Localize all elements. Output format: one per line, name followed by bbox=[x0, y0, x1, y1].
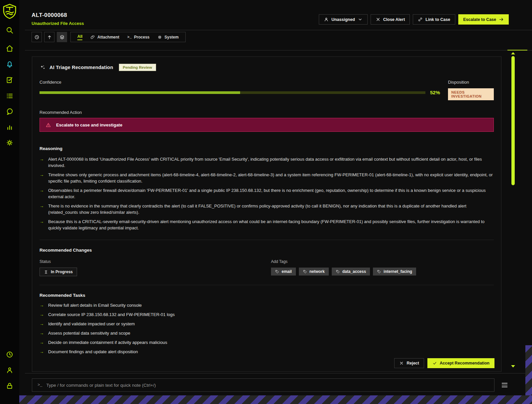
list-icon[interactable] bbox=[6, 92, 14, 100]
recommended-action-text: Escalate to case and investigate bbox=[56, 122, 122, 127]
confidence-value: 52% bbox=[430, 90, 440, 95]
task-item: →Assess potential data sensitivity and s… bbox=[40, 331, 494, 336]
recommended-tasks-heading: Recommended Tasks bbox=[40, 293, 494, 298]
tag-icon bbox=[303, 270, 307, 274]
header-divider bbox=[25, 30, 532, 30]
analytics-chart-icon[interactable] bbox=[6, 123, 14, 131]
reasoning-heading: Reasoning bbox=[40, 146, 494, 151]
reasoning-item: →Timeline shows only generic process and… bbox=[40, 172, 494, 184]
arrow-bullet-icon: → bbox=[40, 340, 44, 345]
cpu-icon bbox=[157, 35, 162, 40]
search-icon[interactable] bbox=[6, 26, 14, 34]
terminal-prompt-icon: >_ bbox=[38, 383, 42, 387]
sort-ascending-button[interactable] bbox=[44, 32, 54, 42]
alert-title: Unauthorized File Access bbox=[32, 21, 84, 26]
arrow-bullet-icon: → bbox=[40, 188, 44, 200]
link-to-case-button[interactable]: Link to Case bbox=[413, 14, 455, 25]
lock-icon[interactable] bbox=[6, 382, 14, 390]
tag-icon bbox=[275, 270, 279, 274]
scrollbar-thumb[interactable] bbox=[511, 56, 515, 185]
arrow-bullet-icon: → bbox=[40, 349, 44, 354]
arrow-bullet-icon: → bbox=[40, 303, 44, 308]
arrow-bullet-icon: → bbox=[40, 312, 44, 317]
close-alert-label: Close Alert bbox=[383, 17, 405, 22]
arrow-bullet-icon: → bbox=[40, 219, 44, 231]
reject-button[interactable]: Reject bbox=[394, 358, 424, 368]
timeline-filter-bar: All Attachment >_ Process System bbox=[32, 32, 186, 42]
check-icon bbox=[432, 361, 437, 365]
tasks-list: →Review full alert details in Email Secu… bbox=[40, 303, 494, 354]
scrollbar-up-arrow[interactable] bbox=[511, 52, 515, 54]
notifications-bell-icon[interactable] bbox=[6, 60, 14, 68]
tab-attachment-label: Attachment bbox=[97, 35, 119, 40]
task-item: →Correlate source IP 238.150.68.132 and … bbox=[40, 312, 494, 317]
section-divider bbox=[40, 285, 494, 285]
tag-chip[interactable]: network bbox=[299, 268, 329, 276]
tab-attachment[interactable]: Attachment bbox=[86, 32, 123, 42]
status-value: In Progress bbox=[51, 270, 73, 274]
page-header: ALT-0000068 Unauthorized File Access bbox=[32, 12, 84, 26]
close-alert-button[interactable]: Close Alert bbox=[371, 14, 410, 25]
escalate-label: Escalate to Case bbox=[463, 17, 496, 22]
sparkles-ai-icon bbox=[40, 64, 46, 71]
tab-system-label: System bbox=[164, 35, 179, 40]
pending-review-badge: Pending Review bbox=[119, 64, 156, 71]
header-actions: Unassigned Close Alert Link to Case Esca… bbox=[319, 14, 509, 25]
arrow-bullet-icon: → bbox=[40, 203, 44, 215]
recommended-action-label: Recommended Action bbox=[40, 110, 494, 115]
close-icon bbox=[399, 361, 404, 365]
chat-icon[interactable] bbox=[6, 108, 14, 116]
command-bar: >_ bbox=[32, 378, 509, 392]
assignee-button[interactable]: Unassigned bbox=[319, 14, 368, 25]
confidence-label: Confidence bbox=[40, 80, 440, 85]
triage-header: AI Triage Recommendation Pending Review bbox=[40, 64, 494, 71]
notes-edit-icon[interactable] bbox=[6, 76, 14, 84]
task-item: →Document findings and update alert disp… bbox=[40, 349, 494, 354]
scrollbar-down-arrow[interactable] bbox=[511, 365, 515, 367]
command-input[interactable] bbox=[46, 383, 489, 388]
reasoning-item: →There is no evidence in the summary tha… bbox=[40, 203, 494, 215]
link-to-case-label: Link to Case bbox=[425, 17, 450, 22]
profile-person-icon[interactable] bbox=[6, 366, 14, 374]
brand-shield-logo[interactable] bbox=[2, 3, 17, 19]
layers-view-button[interactable] bbox=[57, 32, 67, 42]
triage-title: AI Triage Recommendation bbox=[49, 65, 113, 70]
status-chip[interactable]: In Progress bbox=[40, 268, 77, 276]
section-divider bbox=[40, 240, 494, 240]
home-icon[interactable] bbox=[6, 44, 14, 52]
disposition-badge: NEEDS INVESTIGATION bbox=[448, 88, 494, 100]
add-tags-label: Add Tags bbox=[271, 259, 416, 264]
tag-icon bbox=[336, 270, 340, 274]
tab-system[interactable]: System bbox=[153, 32, 183, 42]
accept-recommendation-button[interactable]: Accept Recommendation bbox=[427, 358, 494, 368]
hazard-stripe-bottom bbox=[19, 395, 532, 404]
tag-chip[interactable]: internet_facing bbox=[373, 268, 416, 276]
terminal-prompt-icon: >_ bbox=[127, 35, 132, 39]
arrow-bullet-icon: → bbox=[40, 156, 44, 169]
scroll-top-indicator bbox=[507, 50, 527, 50]
person-icon bbox=[324, 17, 329, 22]
ai-triage-panel: AI Triage Recommendation Pending Review … bbox=[32, 56, 501, 372]
history-clock-icon[interactable] bbox=[6, 351, 14, 359]
reasoning-item: →Observables list a perimeter firewall d… bbox=[40, 188, 494, 200]
tab-process[interactable]: >_ Process bbox=[123, 32, 153, 42]
tag-chip[interactable]: data_access bbox=[332, 268, 370, 276]
settings-gear-icon[interactable] bbox=[6, 139, 14, 147]
task-item: →Review full alert details in Email Secu… bbox=[40, 303, 494, 308]
command-input-box[interactable]: >_ bbox=[32, 378, 494, 392]
task-item: →Identify and validate impacted user or … bbox=[40, 321, 494, 326]
assignee-label: Unassigned bbox=[331, 17, 355, 22]
tags-row: email network data_access internet_facin… bbox=[271, 268, 416, 276]
menu-hamburger-icon[interactable] bbox=[500, 381, 509, 389]
close-icon bbox=[376, 17, 381, 22]
reasoning-item: →Alert ALT-0000068 is titled 'Unauthoriz… bbox=[40, 156, 494, 169]
tag-chip[interactable]: email bbox=[271, 268, 296, 276]
tab-all[interactable]: All bbox=[73, 32, 86, 42]
reject-label: Reject bbox=[406, 361, 419, 365]
timeline-type-tabs: All Attachment >_ Process System bbox=[70, 32, 186, 42]
time-filter-button[interactable] bbox=[32, 32, 42, 42]
escalate-to-case-button[interactable]: Escalate to Case bbox=[458, 14, 509, 25]
accept-label: Accept Recommendation bbox=[440, 361, 489, 365]
arrow-bullet-icon: → bbox=[40, 172, 44, 184]
app-root: ALT-0000068 Unauthorized File Access Una… bbox=[0, 0, 532, 404]
